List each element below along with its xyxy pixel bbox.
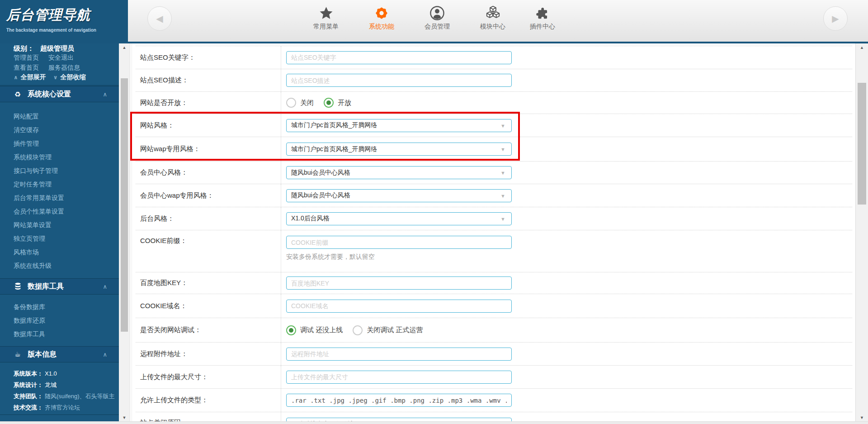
top-nav-item-1[interactable]: 常用菜单: [304, 4, 348, 31]
scroll-up-icon[interactable]: ▲: [119, 45, 130, 50]
form-row-field: 调试 还没上线关闭调试 正式运营: [281, 318, 852, 342]
radio-button-icon[interactable]: [324, 98, 334, 108]
expand-all-button[interactable]: ∧全部展开: [14, 73, 46, 81]
form-row-label: 站点关闭原因：: [136, 412, 281, 422]
sidebar-item[interactable]: 接口与钩子管理: [0, 164, 119, 177]
radio-label: 开放: [338, 99, 351, 107]
sidebar-link-server-info[interactable]: 服务器信息: [48, 64, 80, 72]
admin-page: 后台管理导航 The backstage management of navig…: [0, 0, 868, 424]
sidebar-item[interactable]: 系统在线升级: [0, 259, 119, 272]
top-nav-item-4[interactable]: 模块中心: [471, 4, 514, 31]
sidebar-item[interactable]: 数据库工具: [0, 327, 119, 341]
sidebar-item[interactable]: 网站菜单设置: [0, 218, 119, 232]
select-value: 随风bui会员中心风格: [291, 169, 350, 177]
radio-label: 关闭: [300, 99, 314, 107]
chevron-up-icon: ∧: [14, 74, 18, 81]
user-level-row: 级别： 超级管理员: [0, 44, 119, 53]
radio-button-icon[interactable]: [286, 325, 296, 335]
select-dropdown[interactable]: 随风bui会员中心风格▼: [286, 189, 512, 202]
radio-button-icon[interactable]: [353, 325, 363, 335]
text-input[interactable]: [286, 348, 512, 361]
sidebar-item[interactable]: 会员个性菜单设置: [0, 205, 119, 218]
form-row-label: 站点SEO描述：: [136, 69, 281, 91]
field-helper-text: 安装多份系统才需要，默认留空: [286, 253, 375, 261]
top-nav-item-5[interactable]: 插件中心: [521, 4, 564, 31]
form-row-label: 站点SEO关键字：: [136, 46, 281, 69]
sidebar-item[interactable]: 网站配置: [0, 110, 119, 123]
sidebar-item[interactable]: 后台常用菜单设置: [0, 191, 119, 205]
radio-option[interactable]: 关闭调试 正式运营: [353, 325, 423, 335]
sidebar-item[interactable]: 数据库还原: [0, 314, 119, 327]
form-row: 站点SEO描述：: [136, 69, 852, 92]
chevron-up-icon[interactable]: ∧: [103, 283, 107, 290]
chevron-up-icon[interactable]: ∧: [103, 351, 107, 358]
app-logo: 后台管理导航 The backstage management of navig…: [0, 0, 128, 43]
sidebar-link-logout[interactable]: 安全退出: [48, 54, 74, 62]
chevron-up-icon[interactable]: ∧: [103, 91, 107, 98]
select-dropdown[interactable]: 城市门户pc首页风格_开腾网络▼: [286, 119, 512, 132]
sidebar-scrollbar[interactable]: ▲ ▼: [119, 43, 130, 422]
text-input[interactable]: [286, 394, 512, 407]
sidebar-section-header-2[interactable]: 数据库工具∧: [0, 278, 119, 295]
sidebar-section-header-1[interactable]: ♻系统核心设置∧: [0, 86, 119, 102]
top-nav-label: 常用菜单: [304, 23, 348, 31]
text-input[interactable]: [286, 300, 512, 313]
back-circle-button[interactable]: ◀: [147, 6, 172, 31]
sidebar-item[interactable]: 独立页管理: [0, 232, 119, 245]
select-dropdown[interactable]: 随风bui会员中心风格▼: [286, 166, 512, 179]
main-content: 站点SEO关键字：站点SEO描述：网站是否开放：关闭开放网站风格：城市门户pc首…: [130, 43, 856, 422]
page-scrollbar[interactable]: ▲ ▼: [855, 43, 868, 422]
scroll-up-icon[interactable]: ▲: [856, 45, 868, 50]
text-input[interactable]: [286, 371, 512, 384]
form-row: 会员中心风格：随风bui会员中心风格▼: [136, 162, 852, 184]
radio-option[interactable]: 调试 还没上线: [286, 325, 343, 335]
sidebar-scrollbar-thumb[interactable]: [121, 78, 128, 332]
form-row-field: 城市门户pc首页风格_开腾网络▼: [281, 137, 852, 161]
page-scrollbar-thumb[interactable]: [858, 83, 866, 205]
sidebar-item[interactable]: 风格市场: [0, 245, 119, 259]
sidebar-item[interactable]: 备份数据库: [0, 300, 119, 314]
section-title: 版本信息: [28, 350, 57, 359]
text-input[interactable]: [286, 74, 512, 87]
dropdown-arrow-icon: ▼: [500, 193, 505, 199]
sidebar-item[interactable]: 定时任务管理: [0, 177, 119, 191]
radio-option[interactable]: 关闭: [286, 98, 314, 108]
form-row-field: 关闭开放: [281, 92, 852, 114]
sidebar-section-header-3[interactable]: ☕版本信息∧: [0, 346, 119, 362]
form-row: 网站是否开放：关闭开放: [136, 92, 852, 114]
top-nav-item-3[interactable]: 会员管理: [415, 4, 459, 31]
version-info-line: 技术交流：齐博官方论坛: [0, 402, 119, 413]
sidebar-link-admin-home[interactable]: 管理首页: [14, 54, 39, 62]
info-link[interactable]: 随风(suifeng)、石头等版主: [45, 392, 115, 400]
radio-button-icon[interactable]: [286, 98, 296, 108]
horizontal-scrollbar[interactable]: [0, 421, 868, 424]
form-row-field: [281, 343, 852, 365]
dropdown-arrow-icon: ▼: [500, 170, 505, 176]
top-nav-label: 插件中心: [521, 23, 564, 31]
info-value: 龙城: [45, 381, 57, 389]
form-row-label: 是否关闭网站调试：: [136, 318, 281, 342]
sidebar-item[interactable]: 系统模块管理: [0, 150, 119, 164]
form-row-label: 上传文件的最大尺寸：: [136, 366, 281, 388]
info-value: X1.0: [45, 370, 57, 377]
form-row: 是否关闭网站调试：调试 还没上线关闭调试 正式运营: [136, 318, 852, 343]
top-nav-item-2[interactable]: 系统功能: [360, 4, 403, 31]
select-dropdown[interactable]: X1.0后台风格▼: [286, 212, 512, 225]
text-input[interactable]: [286, 236, 512, 249]
forward-circle-button[interactable]: ▶: [823, 6, 848, 31]
text-input[interactable]: [286, 51, 512, 64]
collapse-all-button[interactable]: ∨全部收缩: [53, 73, 86, 81]
radio-option[interactable]: 开放: [324, 98, 351, 108]
scroll-down-icon[interactable]: ▼: [119, 415, 130, 420]
select-dropdown[interactable]: 城市门户pc首页风格_开腾网络▼: [286, 143, 512, 156]
sidebar-item[interactable]: 清空缓存: [0, 123, 119, 137]
sidebar-link-view-site[interactable]: 查看首页: [14, 64, 39, 72]
cup-icon: ☕: [14, 350, 20, 358]
text-input[interactable]: [286, 276, 512, 290]
member-icon: [429, 5, 445, 21]
info-link[interactable]: 齐博官方论坛: [45, 404, 80, 412]
chevron-down-icon: ∨: [53, 74, 58, 81]
scroll-down-icon[interactable]: ▼: [856, 415, 868, 420]
form-row-label: 会员中心风格：: [136, 162, 281, 184]
sidebar-item[interactable]: 插件管理: [0, 137, 119, 150]
